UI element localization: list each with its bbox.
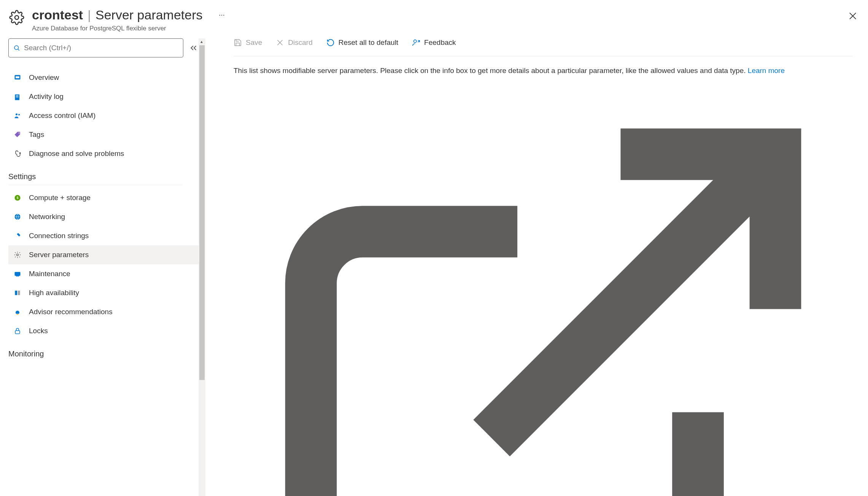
tags-icon <box>13 130 22 139</box>
overview-icon <box>13 73 22 82</box>
params-icon <box>13 250 22 259</box>
locks-icon <box>13 326 22 335</box>
iam-icon <box>13 111 22 120</box>
conn-icon <box>13 231 22 240</box>
external-link-icon <box>234 77 853 496</box>
scrollbar-up-icon[interactable]: ▲ <box>200 40 203 44</box>
blade-header: crontest | Server parameters ⋯ Azure Dat… <box>0 0 868 38</box>
title-separator: | <box>87 8 91 22</box>
ha-icon <box>13 288 22 297</box>
maint-icon <box>13 269 22 278</box>
sidebar-search[interactable] <box>8 38 183 57</box>
toolbar: Save Discard Reset all to default Feedba… <box>234 38 868 56</box>
sidebar-item-conn[interactable]: Connection strings <box>8 226 205 245</box>
sidebar-item-label: Maintenance <box>29 270 70 278</box>
feedback-icon <box>412 38 420 47</box>
resource-name: crontest <box>32 8 83 22</box>
sidebar-item-label: Networking <box>29 213 65 221</box>
more-icon[interactable]: ⋯ <box>215 9 229 21</box>
description-text: This list shows modifiable server parame… <box>234 65 868 496</box>
reset-icon <box>326 38 335 47</box>
svg-point-10 <box>19 153 20 154</box>
discard-icon <box>276 38 284 47</box>
sidebar-item-tags[interactable]: Tags <box>8 125 205 144</box>
svg-rect-20 <box>15 331 20 334</box>
main-content: Save Discard Reset all to default Feedba… <box>205 38 868 496</box>
svg-rect-18 <box>18 291 20 295</box>
sidebar-item-locks[interactable]: Locks <box>8 321 205 340</box>
svg-point-8 <box>18 114 20 115</box>
section-monitoring: Monitoring <box>8 340 183 362</box>
sidebar-item-diagnose[interactable]: Diagnose and solve problems <box>8 144 205 163</box>
svg-text:$: $ <box>16 196 18 200</box>
svg-rect-15 <box>15 272 21 276</box>
sidebar-top-list: OverviewActivity logAccess control (IAM)… <box>8 68 205 163</box>
svg-point-14 <box>17 254 19 256</box>
sidebar-item-label: Activity log <box>29 92 64 101</box>
reset-button[interactable]: Reset all to default <box>326 38 398 47</box>
sidebar-item-label: Locks <box>29 327 48 335</box>
gear-icon <box>9 10 24 25</box>
sidebar-item-networking[interactable]: Networking <box>8 207 205 226</box>
sidebar-item-label: Connection strings <box>29 232 89 240</box>
svg-rect-5 <box>16 95 19 96</box>
svg-point-7 <box>16 113 17 115</box>
sidebar-item-label: Tags <box>29 130 44 139</box>
collapse-sidebar-icon[interactable] <box>189 43 199 53</box>
search-input[interactable] <box>24 44 178 52</box>
sidebar-item-label: Advisor recommendations <box>29 308 113 316</box>
sidebar-item-label: Overview <box>29 73 59 82</box>
sidebar-item-label: Server parameters <box>29 251 89 259</box>
svg-rect-16 <box>16 276 19 277</box>
activity-icon <box>13 92 22 101</box>
sidebar-item-overview[interactable]: Overview <box>8 68 205 87</box>
svg-point-21 <box>414 40 417 43</box>
svg-rect-17 <box>15 291 17 295</box>
feedback-button[interactable]: Feedback <box>412 38 456 47</box>
compute-icon: $ <box>13 193 22 202</box>
svg-rect-19 <box>17 314 19 315</box>
sidebar-item-ha[interactable]: High availability <box>8 283 205 302</box>
svg-point-1 <box>14 46 19 50</box>
sidebar-item-maint[interactable]: Maintenance <box>8 264 205 283</box>
sidebar-item-label: Diagnose and solve problems <box>29 149 124 158</box>
sidebar-item-label: High availability <box>29 289 79 297</box>
sidebar-item-advisor[interactable]: Advisor recommendations <box>8 302 205 321</box>
svg-rect-6 <box>16 97 19 97</box>
section-settings: Settings <box>8 163 183 185</box>
advisor-icon <box>13 307 22 316</box>
svg-point-9 <box>19 133 20 134</box>
learn-more-link[interactable]: Learn more <box>234 67 853 496</box>
sidebar-item-compute[interactable]: $Compute + storage <box>8 188 205 207</box>
blade-title: Server parameters <box>95 8 203 22</box>
sidebar-item-iam[interactable]: Access control (IAM) <box>8 106 205 125</box>
sidebar-item-activity[interactable]: Activity log <box>8 87 205 106</box>
save-icon <box>234 38 242 47</box>
scrollbar-thumb[interactable] <box>199 45 205 380</box>
resource-type: Azure Database for PostgreSQL flexible s… <box>32 25 859 32</box>
discard-button[interactable]: Discard <box>276 38 312 47</box>
sidebar-item-params[interactable]: Server parameters <box>8 245 205 264</box>
diagnose-icon <box>13 149 22 158</box>
sidebar-scrollbar[interactable]: ▲ <box>199 38 205 496</box>
search-icon <box>13 45 20 51</box>
sidebar-item-label: Access control (IAM) <box>29 111 95 120</box>
save-button[interactable]: Save <box>234 38 262 47</box>
sidebar-item-label: Compute + storage <box>29 194 91 202</box>
networking-icon <box>13 212 22 221</box>
svg-point-0 <box>15 16 19 19</box>
close-icon[interactable] <box>847 11 858 21</box>
svg-rect-3 <box>16 76 19 78</box>
sidebar-settings-list: $Compute + storageNetworkingConnection s… <box>8 188 205 340</box>
sidebar: OverviewActivity logAccess control (IAM)… <box>0 38 205 496</box>
